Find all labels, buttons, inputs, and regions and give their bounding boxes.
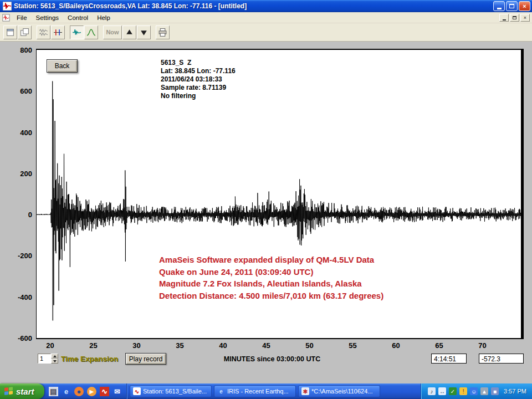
toolbar-button-new-window-icon[interactable] (3, 25, 17, 39)
toolbar: Now (0, 23, 532, 42)
task-buttons: ∿Station: 5613_S/Baile...eIRIS - Recent … (127, 383, 421, 399)
volume-icon[interactable]: ♪ (428, 387, 436, 395)
play-record-button[interactable]: Play record (125, 353, 166, 365)
task-label: IRIS - Recent Earthq... (227, 388, 289, 395)
y-tick-label: 800 (8, 46, 32, 54)
x-tick-label: 20 (46, 341, 54, 350)
task-label: *C:\AmaSeis\110624... (311, 388, 372, 395)
x-axis-title: MINUTES since 03:00:00 UTC (217, 355, 328, 363)
firefox-icon[interactable]: ● (74, 387, 84, 396)
mdi-restore-button[interactable] (510, 14, 519, 22)
toolbar-button-scroll-up-icon[interactable] (122, 25, 136, 39)
x-tick-label: 25 (89, 341, 97, 350)
copy-window-icon (20, 28, 29, 37)
task-button-1[interactable]: ∿Station: 5613_S/Baile... (130, 385, 212, 397)
quick-launch: ▤e●►∿✉ (44, 383, 127, 399)
back-button[interactable]: Back (47, 59, 78, 73)
windows-flag-icon (4, 387, 13, 396)
internet-explorer-icon[interactable]: e (62, 387, 71, 396)
time-expansion-spinner: 1 (38, 354, 58, 364)
toolbar-button-filter-icon[interactable] (84, 25, 98, 39)
system-tray: ♪↔✓!☺▲■3:57 PM (421, 383, 532, 399)
editor-task-icon: ✱ (301, 387, 309, 395)
network-icon[interactable]: ↔ (438, 387, 446, 395)
toolbar-separator (65, 23, 69, 41)
ie-task-icon: e (217, 387, 225, 395)
y-tick-label: -600 (8, 334, 32, 342)
taskbar: start ▤e●►∿✉ ∿Station: 5613_S/Baile...eI… (0, 383, 532, 399)
mdi-close-button[interactable]: × (520, 14, 530, 22)
x-tick-label: 65 (435, 341, 443, 350)
seismogram-plot[interactable]: Back 5613_S Z Lat: 38.845 Lon: -77.116 2… (36, 49, 524, 339)
title-bar: Station: 5613_S/BaileysCrossroads,VA Lat… (0, 0, 532, 12)
close-button[interactable]: × (519, 1, 530, 11)
menu-settings[interactable]: Settings (32, 13, 64, 22)
toolbar-button-arrival-picks-icon[interactable] (51, 25, 65, 39)
start-label: start (16, 387, 34, 396)
toolbar-button-print-icon[interactable] (156, 25, 170, 39)
print-icon (158, 28, 167, 37)
toolbar-separator (32, 23, 36, 41)
x-tick-label: 35 (176, 341, 183, 350)
amaseis-app-icon (3, 2, 12, 11)
x-tick-label: 55 (349, 341, 356, 350)
toolbar-separator (99, 23, 103, 41)
filter-icon (86, 28, 96, 37)
task-button-3[interactable]: ✱*C:\AmaSeis\110624... (298, 385, 380, 397)
toolbar-button-copy-window-icon[interactable] (18, 25, 32, 39)
plot-workspace: 8006004002000-200-400-600 20253035404550… (0, 42, 532, 383)
taskbar-clock: 3:57 PM (504, 388, 526, 395)
now-button[interactable]: Now (103, 25, 122, 39)
usb-icon[interactable]: ▲ (480, 387, 488, 395)
x-tick-label: 50 (305, 341, 313, 350)
menu-control[interactable]: Control (63, 13, 93, 22)
spinner-down-button[interactable] (51, 359, 58, 364)
menu-help[interactable]: Help (93, 13, 115, 22)
x-tick-label: 70 (478, 341, 486, 350)
amaseis-task-icon: ∿ (133, 387, 141, 395)
time-expansion-label: Time Expansion (61, 355, 118, 363)
minimize-button[interactable] (493, 1, 505, 11)
cursor-value-readout: -572.3 (479, 354, 524, 364)
x-tick-label: 60 (392, 341, 400, 350)
toolbar-button-scroll-down-icon[interactable] (137, 25, 151, 39)
scroll-down-icon (139, 28, 149, 37)
application-window: Station: 5613_S/BaileysCrossroads,VA Lat… (0, 0, 532, 399)
menu-bar: FileSettingsControlHelp × (0, 12, 532, 23)
y-tick-label: -400 (8, 293, 32, 301)
task-label: Station: 5613_S/Baile... (143, 388, 207, 395)
display-icon[interactable]: ■ (491, 387, 499, 395)
amaseis-icon[interactable]: ∿ (100, 387, 109, 396)
menu-items: FileSettingsControlHelp (12, 13, 115, 22)
update-icon[interactable]: ! (459, 387, 467, 395)
menu-file[interactable]: File (12, 13, 32, 22)
helicorder-icon (39, 28, 48, 37)
y-tick-label: 0 (8, 211, 32, 219)
cursor-time-readout: 4:14:51 (431, 354, 467, 364)
spinner-up-button[interactable] (51, 354, 58, 359)
toolbar-separator (151, 23, 155, 41)
x-tick-label: 30 (132, 341, 140, 350)
messenger-icon[interactable]: ☺ (470, 387, 478, 395)
document-icon (2, 14, 10, 22)
scroll-up-icon (125, 28, 134, 37)
y-tick-label: 600 (8, 87, 32, 95)
media-player-icon[interactable]: ► (87, 387, 96, 396)
station-info: 5613_S Z Lat: 38.845 Lon: -77.116 2011/0… (161, 59, 236, 100)
y-tick-label: -200 (8, 252, 32, 260)
window-title: Station: 5613_S/BaileysCrossroads,VA Lat… (14, 2, 493, 10)
x-tick-label: 40 (219, 341, 227, 350)
waveform-view-icon (72, 28, 81, 37)
quake-annotation: AmaSeis Software expanded display of QM-… (159, 254, 383, 301)
toolbar-button-waveform-view-icon[interactable] (70, 25, 84, 39)
toolbar-button-helicorder-icon[interactable] (37, 25, 50, 39)
mdi-minimize-button[interactable] (499, 14, 509, 22)
y-tick-label: 400 (8, 128, 32, 136)
show-desktop-icon[interactable]: ▤ (49, 387, 58, 396)
antivirus-icon[interactable]: ✓ (449, 387, 457, 395)
mail-icon[interactable]: ✉ (112, 387, 122, 396)
task-button-2[interactable]: eIRIS - Recent Earthq... (214, 385, 296, 397)
restore-button[interactable] (506, 1, 518, 11)
start-button[interactable]: start (0, 383, 44, 399)
time-expansion-input[interactable]: 1 (38, 354, 51, 364)
